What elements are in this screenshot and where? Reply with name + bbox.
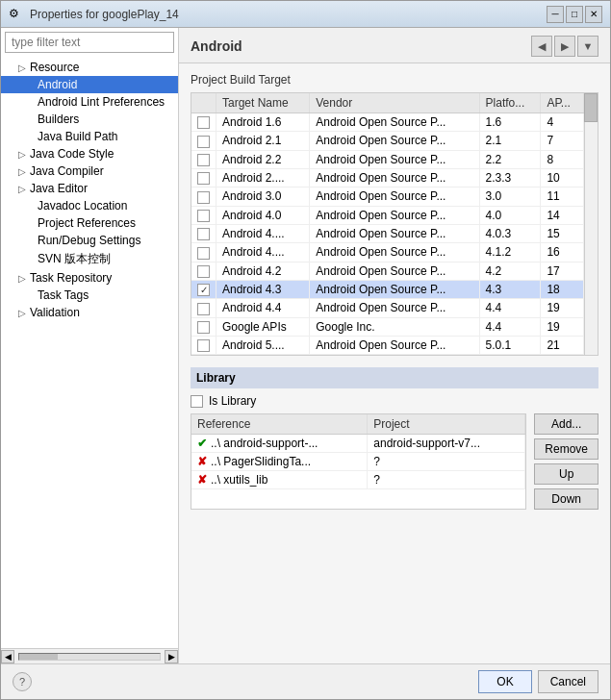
checkbox[interactable]: [197, 154, 210, 166]
expand-icon: ▷: [16, 183, 28, 194]
scrollbar-track[interactable]: [18, 653, 161, 661]
table-row: Android 4.... Android Open Source P... 4…: [191, 224, 584, 242]
sidebar-item-resource[interactable]: ▷ Resource: [1, 59, 178, 76]
filter-input[interactable]: [5, 32, 174, 53]
row-checkbox[interactable]: [191, 317, 216, 336]
col-api: AP...: [541, 93, 584, 113]
table-row: Android 2.... Android Open Source P... 2…: [191, 168, 584, 187]
row-checkbox[interactable]: [191, 336, 216, 354]
sidebar-item-svn[interactable]: SVN 版本控制: [1, 249, 178, 269]
sidebar-item-java-build-path[interactable]: Java Build Path: [1, 128, 178, 145]
expand-icon: [24, 113, 36, 125]
row-target-name: Android 4.3: [216, 280, 310, 298]
sidebar-scrollbar[interactable]: ◀ ▶: [1, 648, 178, 663]
scroll-right-arrow[interactable]: ▶: [165, 650, 178, 663]
checkbox[interactable]: [197, 247, 210, 260]
sidebar-item-validation[interactable]: ▷ Validation: [1, 304, 178, 321]
checkbox[interactable]: [197, 172, 210, 185]
row-target-name: Android 2.1: [216, 132, 310, 150]
table-row: Android 1.6 Android Open Source P... 1.6…: [191, 113, 584, 132]
row-vendor: Google Inc.: [310, 317, 479, 336]
checkbox[interactable]: [197, 116, 210, 129]
checkbox[interactable]: [197, 265, 210, 278]
row-api: 17: [541, 262, 584, 280]
scroll-left-arrow[interactable]: ◀: [1, 650, 14, 663]
scrollbar-thumb[interactable]: [19, 654, 58, 660]
add-button[interactable]: Add...: [534, 413, 598, 435]
row-platform: 4.0.3: [479, 224, 541, 242]
nav-dropdown-button[interactable]: ▼: [577, 36, 598, 57]
tree: ▷ Resource Android Android Lint Preferen…: [1, 57, 178, 648]
row-api: 18: [541, 280, 584, 298]
up-button[interactable]: Up: [534, 463, 598, 485]
sidebar-item-label: Java Compiler: [30, 164, 104, 178]
row-checkbox[interactable]: [191, 243, 216, 262]
row-api: 16: [541, 243, 584, 262]
sidebar-item-java-editor[interactable]: ▷ Java Editor: [1, 180, 178, 197]
sidebar-item-task-repository[interactable]: ▷ Task Repository: [1, 269, 178, 287]
sidebar-item-label: Android Lint Preferences: [38, 95, 165, 109]
minimize-button[interactable]: ─: [547, 6, 564, 23]
checkbox[interactable]: [197, 191, 210, 204]
ref-row-reference: ✔..\ android-support-...: [191, 435, 368, 453]
row-target-name: Android 5....: [216, 336, 310, 354]
sidebar-item-java-compiler[interactable]: ▷ Java Compiler: [1, 162, 178, 180]
down-button[interactable]: Down: [534, 488, 598, 510]
table-scrollbar[interactable]: [584, 93, 598, 355]
sidebar-item-javadoc[interactable]: Javadoc Location: [1, 197, 178, 214]
row-checkbox[interactable]: [191, 280, 216, 298]
row-platform: 4.0: [479, 206, 541, 224]
sidebar-item-run-debug[interactable]: Run/Debug Settings: [1, 232, 178, 249]
nav-back-button[interactable]: ◀: [531, 36, 552, 57]
row-checkbox[interactable]: [191, 262, 216, 280]
row-checkbox[interactable]: [191, 113, 216, 132]
sidebar-item-task-tags[interactable]: Task Tags: [1, 287, 178, 304]
checkbox[interactable]: [197, 303, 210, 315]
row-platform: 2.1: [479, 132, 541, 150]
row-vendor: Android Open Source P...: [310, 224, 479, 242]
row-checkbox[interactable]: [191, 132, 216, 150]
sidebar-item-android-lint[interactable]: Android Lint Preferences: [1, 93, 178, 111]
help-button[interactable]: ?: [13, 672, 32, 691]
table-row: Android 4.... Android Open Source P... 4…: [191, 243, 584, 262]
row-vendor: Android Open Source P...: [310, 206, 479, 224]
library-section: Library Is Library Reference Project: [191, 367, 598, 510]
sidebar-item-label: Java Editor: [30, 182, 88, 195]
row-vendor: Android Open Source P...: [310, 336, 479, 354]
checkbox[interactable]: [197, 284, 210, 296]
sidebar-item-project-references[interactable]: Project References: [1, 214, 178, 232]
close-button[interactable]: ✕: [585, 6, 602, 23]
sidebar-item-label: Builders: [38, 112, 79, 126]
is-library-checkbox[interactable]: [191, 395, 203, 408]
row-api: 7: [541, 132, 584, 150]
ref-table-area: Reference Project ✔..\ android-support-.…: [191, 413, 598, 510]
checkbox[interactable]: [197, 339, 210, 352]
checkbox[interactable]: [197, 136, 210, 148]
checkbox[interactable]: [197, 321, 210, 334]
scrollbar-thumb[interactable]: [584, 93, 598, 122]
row-platform: 5.0.1: [479, 336, 541, 354]
sidebar-item-label: SVN 版本控制: [38, 251, 111, 267]
sidebar-item-android[interactable]: Android: [1, 76, 178, 93]
ref-row-project: ?: [368, 471, 525, 489]
checkbox[interactable]: [197, 210, 210, 222]
table-row: Android 5.... Android Open Source P... 5…: [191, 336, 584, 354]
row-checkbox[interactable]: [191, 224, 216, 242]
nav-forward-button[interactable]: ▶: [554, 36, 575, 57]
sidebar-item-builders[interactable]: Builders: [1, 111, 178, 128]
row-checkbox[interactable]: [191, 150, 216, 168]
main-header: Android ◀ ▶ ▼: [179, 28, 610, 63]
checkbox[interactable]: [197, 228, 210, 240]
ok-button[interactable]: OK: [478, 670, 531, 693]
row-checkbox[interactable]: [191, 299, 216, 317]
row-target-name: Google APIs: [216, 317, 310, 336]
maximize-button[interactable]: □: [566, 6, 583, 23]
row-checkbox[interactable]: [191, 206, 216, 224]
row-checkbox[interactable]: [191, 168, 216, 187]
row-target-name: Android 1.6: [216, 113, 310, 132]
row-api: 15: [541, 224, 584, 242]
sidebar-item-java-code-style[interactable]: ▷ Java Code Style: [1, 145, 178, 162]
remove-button[interactable]: Remove: [534, 438, 598, 460]
cancel-button[interactable]: Cancel: [538, 670, 598, 693]
row-checkbox[interactable]: [191, 188, 216, 206]
